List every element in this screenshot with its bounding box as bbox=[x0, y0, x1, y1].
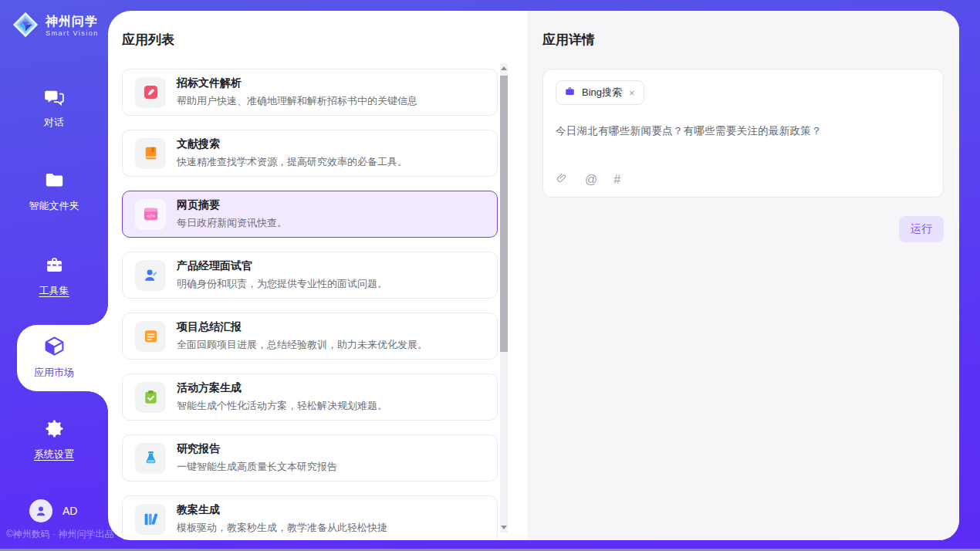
plugin-chip-bing-search[interactable]: Bing搜索 × bbox=[556, 80, 644, 105]
cube-icon bbox=[43, 335, 66, 360]
app-card-desc: 明确身份和职责，为您提供专业性的面试问题。 bbox=[177, 277, 387, 291]
interviewer-icon bbox=[135, 260, 166, 291]
app-list-panel: 应用列表 招标文件解析 帮助用户快速、准确地理解和解析招标书中的关键信息 bbox=[108, 11, 527, 540]
app-card-project-summary[interactable]: 项目总结汇报 全面回顾项目进展，总结经验教训，助力未来优化发展。 bbox=[122, 313, 498, 360]
user-account[interactable]: AD bbox=[29, 499, 77, 522]
edit-document-icon bbox=[135, 77, 166, 108]
scrollbar-up-arrow-icon[interactable] bbox=[501, 66, 507, 70]
sidebar-item-label: 智能文件夹 bbox=[29, 199, 79, 213]
sidebar-item-toolset[interactable]: 工具集 bbox=[0, 255, 108, 298]
ink-flask-icon bbox=[135, 443, 166, 474]
chat-icon bbox=[44, 86, 65, 110]
hash-icon[interactable]: # bbox=[613, 174, 620, 186]
briefcase-icon bbox=[564, 86, 576, 100]
sidebar-item-chat[interactable]: 对话 bbox=[0, 86, 108, 130]
brand-subtitle: Smart Vision bbox=[46, 30, 99, 38]
app-card-literature-search[interactable]: 文献搜索 快速精准查找学术资源，提高研究效率的必备工具。 bbox=[122, 130, 498, 177]
app-card-pm-interviewer[interactable]: 产品经理面试官 明确身份和职责，为您提供专业性的面试问题。 bbox=[122, 252, 498, 299]
app-card-desc: 智能生成个性化活动方案，轻松解决规划难题。 bbox=[177, 399, 387, 413]
main-content: 应用列表 招标文件解析 帮助用户快速、准确地理解和解析招标书中的关键信息 bbox=[108, 11, 959, 540]
report-sheet-icon bbox=[135, 321, 166, 352]
app-card-desc: 帮助用户快速、准确地理解和解析招标书中的关键信息 bbox=[177, 94, 417, 108]
sidebar-item-settings[interactable]: 系统设置 bbox=[0, 418, 108, 461]
app-card-title: 活动方案生成 bbox=[177, 381, 387, 395]
clipboard-check-icon bbox=[135, 382, 166, 413]
close-icon[interactable]: × bbox=[628, 87, 636, 99]
app-card-title: 产品经理面试官 bbox=[177, 259, 387, 273]
sidebar: 神州问学 Smart Vision 对话 智能文件夹 bbox=[0, 0, 108, 549]
app-card-research-report[interactable]: 研究报告 一键智能生成高质量长文本研究报告 bbox=[122, 434, 498, 482]
query-text[interactable]: 今日湖北有哪些新闻要点？有哪些需要关注的最新政策？ bbox=[556, 124, 931, 138]
folder-icon bbox=[44, 170, 65, 193]
sidebar-item-smart-folder[interactable]: 智能文件夹 bbox=[0, 170, 108, 213]
brand-logo: 神州问学 Smart Vision bbox=[11, 10, 99, 42]
sidebar-item-label: 工具集 bbox=[39, 284, 69, 298]
app-card-title: 教案生成 bbox=[177, 503, 387, 517]
app-card-desc: 快速精准查找学术资源，提高研究效率的必备工具。 bbox=[177, 155, 407, 169]
app-list-scrollbar[interactable] bbox=[500, 63, 508, 532]
toolbox-icon bbox=[44, 255, 65, 278]
app-detail-panel: 应用详情 Bing搜索 × 今日湖北有哪些新闻要点？有哪些需要关注的最新政策？ bbox=[527, 11, 959, 540]
webpage-code-icon: </> bbox=[135, 199, 166, 230]
mention-icon[interactable]: @ bbox=[585, 174, 597, 186]
svg-text:</>: </> bbox=[146, 213, 154, 218]
copyright-text: ©神州数码 · 神州问学出品 bbox=[6, 528, 114, 541]
sidebar-item-app-market[interactable]: 应用市场 bbox=[0, 335, 108, 380]
sidebar-item-label: 系统设置 bbox=[34, 448, 74, 461]
app-card-desc: 一键智能生成高质量长文本研究报告 bbox=[177, 460, 337, 474]
diamond-logo-icon bbox=[11, 10, 40, 42]
input-toolbar: @ # bbox=[556, 171, 931, 188]
app-card-title: 网页摘要 bbox=[177, 198, 287, 212]
run-row: 运行 bbox=[542, 216, 944, 242]
sidebar-item-label: 应用市场 bbox=[34, 366, 74, 380]
brand-name: 神州问学 bbox=[46, 15, 99, 29]
app-card-activity-plan[interactable]: 活动方案生成 智能生成个性化活动方案，轻松解决规划难题。 bbox=[122, 374, 498, 421]
app-card-desc: 模板驱动，教案秒生成，教学准备从此轻松快捷 bbox=[177, 521, 387, 535]
sidebar-item-label: 对话 bbox=[44, 116, 64, 130]
book-icon bbox=[135, 138, 166, 169]
plugin-chip-label: Bing搜索 bbox=[582, 86, 622, 100]
avatar[interactable] bbox=[29, 499, 52, 522]
app-card-list: 招标文件解析 帮助用户快速、准确地理解和解析招标书中的关键信息 文献搜索 bbox=[122, 69, 498, 539]
scrollbar-down-arrow-icon[interactable] bbox=[501, 526, 507, 529]
app-card-title: 研究报告 bbox=[177, 442, 337, 456]
app-window: 神州问学 Smart Vision 对话 智能文件夹 bbox=[0, 0, 980, 551]
app-detail-card: Bing搜索 × 今日湖北有哪些新闻要点？有哪些需要关注的最新政策？ @ # bbox=[542, 69, 944, 198]
app-card-tender-parse[interactable]: 招标文件解析 帮助用户快速、准确地理解和解析招标书中的关键信息 bbox=[122, 69, 498, 116]
paperclip-icon[interactable] bbox=[556, 171, 569, 188]
scrollbar-thumb[interactable] bbox=[500, 76, 508, 352]
gear-icon bbox=[44, 418, 65, 441]
app-list-title: 应用列表 bbox=[122, 31, 527, 49]
run-button[interactable]: 运行 bbox=[899, 216, 944, 242]
app-card-title: 招标文件解析 bbox=[177, 76, 417, 90]
app-card-desc: 每日政府新闻资讯快查。 bbox=[177, 216, 287, 230]
app-card-desc: 全面回顾项目进展，总结经验教训，助力未来优化发展。 bbox=[177, 338, 427, 352]
app-card-title: 项目总结汇报 bbox=[177, 320, 427, 334]
books-icon bbox=[135, 504, 166, 535]
app-detail-title: 应用详情 bbox=[542, 31, 944, 49]
user-initials: AD bbox=[63, 505, 77, 517]
app-card-webpage-summary[interactable]: </> 网页摘要 每日政府新闻资讯快查。 bbox=[122, 191, 498, 238]
app-card-lesson-plan[interactable]: 教案生成 模板驱动，教案秒生成，教学准备从此轻松快捷 bbox=[122, 495, 498, 539]
app-card-title: 文献搜索 bbox=[177, 137, 407, 151]
